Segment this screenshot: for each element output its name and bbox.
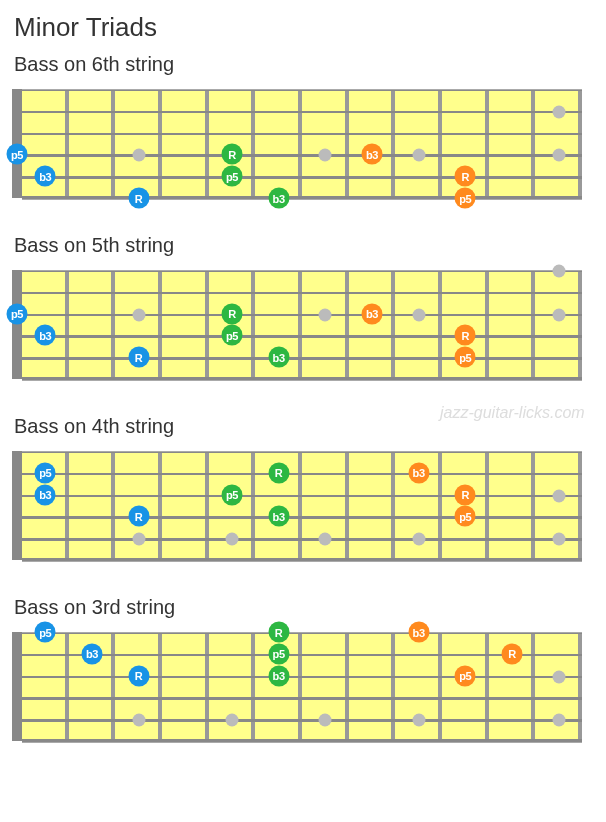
diagram-subtitle: Bass on 5th string bbox=[14, 234, 594, 257]
fret-line bbox=[158, 452, 162, 561]
fretboard: p5b3RRp5b3b3Rp5 bbox=[12, 625, 592, 753]
fret-line bbox=[438, 452, 442, 561]
fret-marker bbox=[132, 533, 145, 546]
fret-marker bbox=[412, 533, 425, 546]
page-title: Minor Triads bbox=[14, 12, 594, 43]
fret-marker bbox=[552, 670, 565, 683]
fret-line bbox=[391, 452, 395, 561]
note-dot: b3 bbox=[408, 462, 429, 483]
fret-marker bbox=[226, 533, 239, 546]
fret-marker bbox=[132, 149, 145, 162]
fretboard-surface bbox=[22, 632, 582, 743]
fret-marker bbox=[226, 714, 239, 727]
note-dot: p5 bbox=[268, 643, 289, 664]
fret-marker bbox=[319, 308, 332, 321]
fret-line bbox=[251, 271, 255, 380]
fret-line bbox=[485, 452, 489, 561]
note-dot: b3 bbox=[35, 484, 56, 505]
fret-line bbox=[578, 452, 582, 561]
fret-marker bbox=[412, 714, 425, 727]
note-dot: R bbox=[502, 643, 523, 664]
fret-line bbox=[111, 633, 115, 742]
fret-line bbox=[578, 633, 582, 742]
fret-line bbox=[65, 452, 69, 561]
note-dot: b3 bbox=[35, 166, 56, 187]
fretboard: p5b3RRp5b3b3Rp5 bbox=[12, 263, 592, 391]
fret-line bbox=[158, 90, 162, 199]
note-dot: p5 bbox=[455, 665, 476, 686]
fret-line bbox=[345, 271, 349, 380]
string-line bbox=[22, 335, 582, 338]
fret-line bbox=[345, 90, 349, 199]
note-dot: b3 bbox=[268, 347, 289, 368]
fret-line bbox=[578, 271, 582, 380]
fret-marker bbox=[552, 149, 565, 162]
fret-line bbox=[485, 90, 489, 199]
string-line bbox=[22, 196, 582, 200]
string-line bbox=[22, 154, 582, 157]
fret-line bbox=[158, 271, 162, 380]
note-dot: R bbox=[222, 303, 243, 324]
fret-line bbox=[485, 633, 489, 742]
fret-marker bbox=[552, 105, 565, 118]
fret-line bbox=[298, 90, 302, 199]
string-line bbox=[22, 133, 582, 135]
fret-line bbox=[438, 633, 442, 742]
note-dot: p5 bbox=[7, 303, 28, 324]
string-line bbox=[22, 357, 582, 360]
string-line bbox=[22, 111, 582, 113]
fret-marker bbox=[412, 308, 425, 321]
fret-line bbox=[205, 90, 209, 199]
fret-line bbox=[531, 90, 535, 199]
fret-line bbox=[205, 271, 209, 380]
note-dot: R bbox=[128, 347, 149, 368]
note-dot: R bbox=[455, 325, 476, 346]
nut bbox=[12, 632, 22, 741]
note-dot: b3 bbox=[362, 144, 383, 165]
fret-line bbox=[531, 452, 535, 561]
fret-marker bbox=[552, 533, 565, 546]
string-line bbox=[22, 176, 582, 179]
fret-line bbox=[251, 90, 255, 199]
fret-line bbox=[205, 633, 209, 742]
note-dot: b3 bbox=[82, 643, 103, 664]
fretboard-surface bbox=[22, 270, 582, 381]
fret-line bbox=[65, 633, 69, 742]
note-dot: R bbox=[128, 188, 149, 209]
note-dot: p5 bbox=[222, 325, 243, 346]
fret-line bbox=[485, 271, 489, 380]
fret-line bbox=[531, 633, 535, 742]
note-dot: R bbox=[455, 166, 476, 187]
fret-line bbox=[111, 90, 115, 199]
note-dot: p5 bbox=[35, 622, 56, 643]
note-dot: R bbox=[268, 462, 289, 483]
note-dot: b3 bbox=[35, 325, 56, 346]
fret-line bbox=[158, 633, 162, 742]
string-line bbox=[22, 516, 582, 519]
fret-line bbox=[391, 90, 395, 199]
note-dot: R bbox=[222, 144, 243, 165]
note-dot: p5 bbox=[455, 188, 476, 209]
string-line bbox=[22, 377, 582, 381]
diagram-subtitle: Bass on 3rd string bbox=[14, 596, 594, 619]
fretboard: p5b3RRp5b3b3Rp5 bbox=[12, 82, 592, 210]
fret-line bbox=[65, 271, 69, 380]
string-line bbox=[22, 314, 582, 316]
fret-marker bbox=[552, 714, 565, 727]
note-dot: R bbox=[268, 622, 289, 643]
fret-marker bbox=[552, 308, 565, 321]
string-line bbox=[22, 452, 582, 453]
string-line bbox=[22, 473, 582, 475]
fret-marker bbox=[552, 489, 565, 502]
string-line bbox=[22, 558, 582, 562]
string-line bbox=[22, 676, 582, 678]
fret-line bbox=[531, 271, 535, 380]
note-dot: p5 bbox=[7, 144, 28, 165]
fret-line bbox=[578, 90, 582, 199]
fret-line bbox=[65, 90, 69, 199]
fret-line bbox=[298, 633, 302, 742]
note-dot: R bbox=[128, 665, 149, 686]
fret-line bbox=[438, 90, 442, 199]
note-dot: b3 bbox=[268, 188, 289, 209]
fret-line bbox=[345, 452, 349, 561]
